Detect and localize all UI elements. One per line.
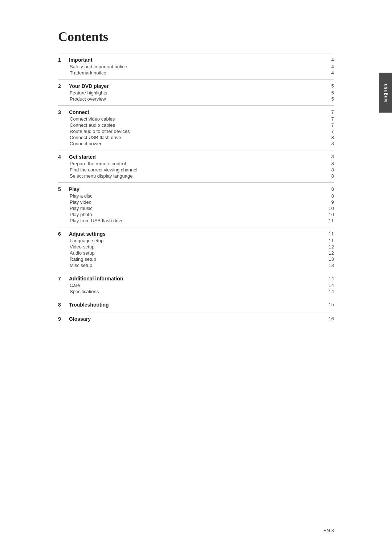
toc-item-label: Find the correct viewing channel (69, 167, 323, 173)
toc-item-row: Connect video cables7 (58, 116, 334, 122)
toc-item-label: Play a disc (69, 193, 323, 199)
toc-item-page: 8 (323, 167, 334, 173)
toc-item-row: Play from USB flash drive11 (58, 218, 334, 227)
section-number: 5 (58, 183, 69, 193)
section-number: 8 (58, 298, 69, 309)
toc-item-row: Trademark notice4 (58, 70, 334, 80)
toc-item-page: 7 (323, 128, 334, 134)
section-number: 7 (58, 272, 69, 283)
toc-item-row: Play music10 (58, 205, 334, 211)
toc-item-row: Feature highlights5 (58, 90, 334, 96)
toc-item-row: Play photo10 (58, 211, 334, 218)
toc-item-label: Video setup (69, 244, 323, 250)
toc-item-page: 5 (323, 96, 334, 106)
section-page: 5 (323, 80, 334, 90)
section-page: 8 (323, 150, 334, 161)
toc-item-row: Language setup11 (58, 238, 334, 244)
section-page: 15 (323, 298, 334, 309)
toc-item-label: Trademark notice (69, 70, 323, 80)
toc-section-row: 8Troubleshooting15 (58, 298, 334, 309)
toc-item-label: Route audio to other devices (69, 128, 323, 134)
toc-item-page: 4 (323, 70, 334, 80)
toc-item-page: 4 (323, 64, 334, 70)
toc-item-page: 9 (323, 199, 334, 205)
section-title: Important (69, 53, 323, 64)
section-title: Your DVD player (69, 80, 323, 90)
toc-item-row: Specifications14 (58, 288, 334, 298)
section-number: 1 (58, 53, 69, 64)
section-page: 4 (323, 53, 334, 64)
toc-item-label: Safety and important notice (69, 64, 323, 70)
section-title: Play (69, 183, 323, 193)
section-page: 11 (323, 227, 334, 238)
toc-item-page: 8 (323, 141, 334, 150)
section-number: 3 (58, 106, 69, 116)
toc-item-label: Connect video cables (69, 116, 323, 122)
section-title: Additional information (69, 272, 323, 283)
toc-item-label: Prepare the remote control (69, 161, 323, 167)
toc-item-row: Misc setup13 (58, 262, 334, 272)
toc-item-page: 10 (323, 205, 334, 211)
toc-item-label: Feature highlights (69, 90, 323, 96)
toc-item-page: 12 (323, 244, 334, 250)
toc-item-row: Audio setup12 (58, 250, 334, 256)
toc-item-label: Audio setup (69, 250, 323, 256)
toc-item-label: Play video (69, 199, 323, 205)
toc-item-label: Play photo (69, 211, 323, 218)
toc-item-row: Safety and important notice4 (58, 64, 334, 70)
toc-section-row: 4Get started8 (58, 150, 334, 161)
footer-label: EN 3 (323, 528, 334, 533)
section-page: 16 (323, 312, 334, 323)
toc-item-label: Play music (69, 205, 323, 211)
toc-section-row: 5Play8 (58, 183, 334, 193)
toc-item-row: Care14 (58, 282, 334, 288)
toc-item-page: 14 (323, 282, 334, 288)
side-tab: English (379, 73, 392, 113)
section-title: Troubleshooting (69, 298, 323, 309)
toc-table: 1Important4Safety and important notice4T… (58, 53, 334, 326)
toc-item-label: Product overview (69, 96, 323, 106)
toc-item-label: Specifications (69, 288, 323, 298)
toc-item-page: 13 (323, 256, 334, 262)
toc-item-page: 8 (323, 173, 334, 183)
toc-item-row: Rating setup13 (58, 256, 334, 262)
toc-item-row: Select menu display language8 (58, 173, 334, 183)
toc-item-row: Connect audio cables7 (58, 122, 334, 128)
section-title: Adjust settings (69, 227, 323, 238)
toc-section-row: 7Additional information14 (58, 272, 334, 283)
section-page: 8 (323, 183, 334, 193)
section-title: Connect (69, 106, 323, 116)
toc-item-label: Connect USB flash drive (69, 134, 323, 141)
toc-item-row: Play a disc8 (58, 193, 334, 199)
toc-item-page: 12 (323, 250, 334, 256)
toc-item-label: Rating setup (69, 256, 323, 262)
toc-item-row: Connect USB flash drive8 (58, 134, 334, 141)
toc-item-page: 5 (323, 90, 334, 96)
toc-section-row: 6Adjust settings11 (58, 227, 334, 238)
toc-item-page: 14 (323, 288, 334, 298)
toc-item-row: Connect power8 (58, 141, 334, 150)
toc-item-label: Connect power (69, 141, 323, 150)
toc-item-page: 10 (323, 211, 334, 218)
toc-item-row: Prepare the remote control8 (58, 161, 334, 167)
toc-item-label: Language setup (69, 238, 323, 244)
page-title: Contents (58, 29, 334, 44)
section-number: 9 (58, 312, 69, 323)
toc-item-page: 13 (323, 262, 334, 272)
toc-item-label: Connect audio cables (69, 122, 323, 128)
toc-item-label: Misc setup (69, 262, 323, 272)
toc-item-row: Find the correct viewing channel8 (58, 167, 334, 173)
toc-item-page: 7 (323, 122, 334, 128)
toc-item-page: 8 (323, 134, 334, 141)
toc-item-page: 11 (323, 218, 334, 227)
section-page: 7 (323, 106, 334, 116)
toc-item-page: 8 (323, 193, 334, 199)
toc-section-row: 3Connect7 (58, 106, 334, 116)
side-tab-label: English (383, 84, 388, 102)
section-page: 14 (323, 272, 334, 283)
section-number: 4 (58, 150, 69, 161)
section-title: Get started (69, 150, 323, 161)
section-title: Glossary (69, 312, 323, 323)
toc-section-row: 9Glossary16 (58, 312, 334, 323)
toc-section-row: 1Important4 (58, 53, 334, 64)
